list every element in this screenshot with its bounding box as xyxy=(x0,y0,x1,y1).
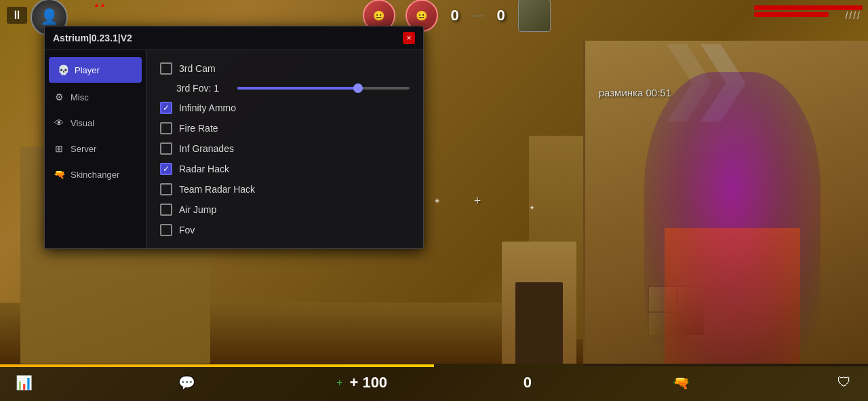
chat-button[interactable]: 💬 xyxy=(174,369,201,396)
team-avatar xyxy=(518,0,551,32)
plus-icon: + xyxy=(336,377,342,389)
cheat-menu: Astrium|0.23.1|V2 × 💀 Player ⚙ Misc 👁 Vi… xyxy=(44,26,424,249)
row-team-radar-hack: Team Radar Hack xyxy=(157,179,412,199)
close-button[interactable]: × xyxy=(403,32,415,44)
sidebar-item-skinchanger[interactable]: 🔫 Skinchanger xyxy=(45,161,146,187)
row-infinity-ammo: ✓ Infinity Ammo xyxy=(157,98,412,118)
label-infinity-ammo: Infinity Ammo xyxy=(179,102,236,113)
red-triangles: ▲▲ xyxy=(94,1,106,8)
checkbox-air-jump[interactable] xyxy=(160,204,172,216)
stats-button[interactable]: 📊 xyxy=(10,369,37,396)
sidebar-label-player: Player xyxy=(75,65,100,75)
hud-bottom: 📊 💬 + + 100 0 🔫 🛡 xyxy=(0,364,868,401)
check-mark-radar-hack: ✓ xyxy=(163,165,170,173)
crosshair-center: + xyxy=(474,193,481,208)
cheat-body: 💀 Player ⚙ Misc 👁 Visual ⊞ Server 🔫 Skin… xyxy=(45,50,423,248)
sidebar-item-player[interactable]: 💀 Player xyxy=(49,57,142,83)
slider-thumb[interactable] xyxy=(353,83,363,93)
sidebar-label-misc: Misc xyxy=(71,92,89,102)
distant-player-1: ✦ xyxy=(434,197,440,206)
label-air-jump: Air Jump xyxy=(179,204,216,215)
health-bar-2 xyxy=(754,12,829,17)
checkbox-infinity-ammo[interactable]: ✓ xyxy=(160,102,172,114)
slider-third-fov-track[interactable] xyxy=(237,87,410,90)
server-icon: ⊞ xyxy=(53,142,65,155)
checkbox-fire-rate[interactable] xyxy=(160,122,172,134)
label-team-radar-hack: Team Radar Hack xyxy=(179,184,255,195)
shield-button[interactable]: 🛡 xyxy=(831,369,858,396)
checkbox-radar-hack[interactable]: ✓ xyxy=(160,163,172,175)
health-bars xyxy=(754,5,863,17)
cheat-titlebar: Astrium|0.23.1|V2 × xyxy=(45,26,423,50)
character xyxy=(644,72,821,364)
shield-icon: 🛡 xyxy=(837,375,851,390)
label-radar-hack: Radar Hack xyxy=(179,164,229,174)
score-bar-fill xyxy=(0,364,434,367)
avatar-icon: 👤 xyxy=(40,8,58,26)
pause-button[interactable]: ⏸ xyxy=(7,7,27,24)
weapon-icon: 🔫 xyxy=(673,375,690,391)
row-third-cam: 3rd Cam xyxy=(157,58,412,79)
door-opening xyxy=(515,282,563,364)
distant-player-2: ✦ xyxy=(529,204,535,212)
arch xyxy=(502,242,576,364)
sidebar-label-visual: Visual xyxy=(71,118,94,128)
row-fov: Fov xyxy=(157,220,412,240)
checkbox-third-cam[interactable] xyxy=(160,62,172,75)
label-third-cam: 3rd Cam xyxy=(179,63,216,74)
timer-display: разминка 00:51 xyxy=(599,87,671,98)
eye-icon: 👁 xyxy=(53,117,65,129)
cheat-sidebar: 💀 Player ⚙ Misc 👁 Visual ⊞ Server 🔫 Skin… xyxy=(45,50,146,248)
sidebar-item-visual[interactable]: 👁 Visual xyxy=(45,110,146,136)
score-divider: — xyxy=(472,8,484,22)
slider-fill xyxy=(237,87,358,90)
sidebar-item-misc[interactable]: ⚙ Misc xyxy=(45,84,146,110)
label-inf-granades: Inf Granades xyxy=(179,143,234,154)
skull-icon: 💀 xyxy=(57,64,69,76)
score-bottom: 0 xyxy=(524,374,532,392)
checkbox-team-radar-hack[interactable] xyxy=(160,183,172,195)
character-body xyxy=(665,228,800,364)
sidebar-item-server[interactable]: ⊞ Server xyxy=(45,136,146,161)
row-inf-granades: Inf Granades xyxy=(157,138,412,159)
checkbox-inf-granades[interactable] xyxy=(160,142,172,155)
row-air-jump: Air Jump xyxy=(157,199,412,220)
score-bar xyxy=(0,364,868,367)
health-value: + 100 xyxy=(349,374,387,392)
gun-icon: 🔫 xyxy=(53,168,65,180)
health-ammo-display: + + 100 xyxy=(336,374,387,392)
cheat-content: 3rd Cam 3rd Fov: 1 ✓ Infinity Ammo xyxy=(146,50,423,248)
checkbox-fov[interactable] xyxy=(160,224,172,236)
bar-chart-icon: 📊 xyxy=(16,375,33,391)
sidebar-label-skinchanger: Skinchanger xyxy=(71,170,119,180)
label-fov: Fov xyxy=(179,225,195,235)
row-fire-rate: Fire Rate xyxy=(157,118,412,138)
chat-icon: 💬 xyxy=(178,375,195,391)
weapon-button[interactable]: 🔫 xyxy=(667,369,694,396)
sidebar-label-server: Server xyxy=(71,144,96,154)
cheat-title: Astrium|0.23.1|V2 xyxy=(53,33,132,43)
score-right: 0 xyxy=(494,7,508,24)
check-mark-infinity-ammo: ✓ xyxy=(163,104,170,112)
health-bar-1 xyxy=(754,5,863,10)
score-left: 0 xyxy=(448,7,462,24)
label-fire-rate: Fire Rate xyxy=(179,123,218,134)
misc-icon: ⚙ xyxy=(53,91,65,103)
label-third-fov: 3rd Fov: 1 xyxy=(176,83,231,94)
row-radar-hack: ✓ Radar Hack xyxy=(157,159,412,179)
row-third-fov: 3rd Fov: 1 xyxy=(157,79,412,98)
